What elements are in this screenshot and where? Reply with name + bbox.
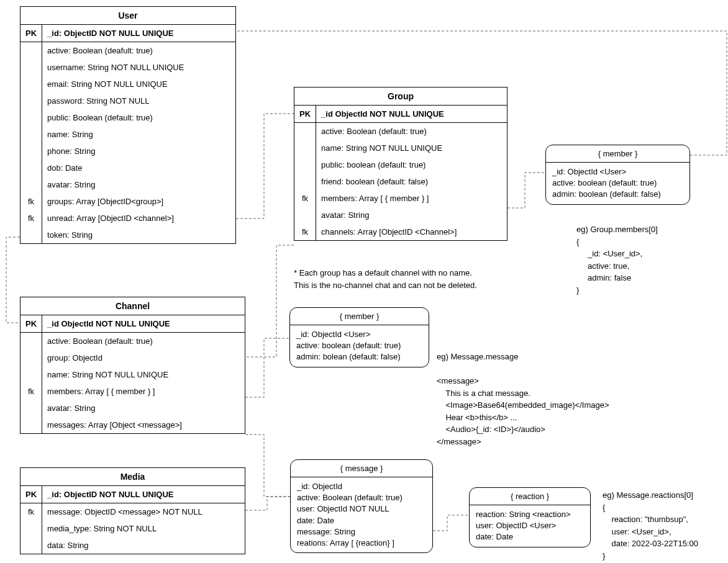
obj-message-title: { message } [291, 460, 432, 477]
attr-text: data: String [42, 537, 245, 554]
note-reaction-eg: eg) Message.reactions[0] { reaction: "th… [603, 489, 698, 562]
attr-text: groups: Array [ObjectID<group>] [42, 193, 236, 210]
obj-member-mid-title: { member } [290, 308, 429, 325]
key-col [20, 400, 42, 417]
group-rows: active: Boolean (default: true)name: Str… [294, 123, 507, 241]
entity-media-title: Media [20, 468, 245, 486]
key-col [20, 349, 42, 366]
key-col: fk [20, 210, 42, 227]
obj-reaction-body: reaction: String <reaction>user: ObjectI… [470, 505, 590, 547]
attr-text: dob: Date [42, 160, 236, 176]
key-col [294, 156, 316, 173]
key-col [20, 92, 42, 109]
key-col [20, 176, 42, 193]
key-col [20, 366, 42, 383]
attr-text: avatar: String [316, 207, 507, 223]
attr-text: token: String [42, 227, 236, 244]
key-col: fk [294, 223, 316, 241]
entity-channel: Channel PK _id ObjectId NOT NULL UNIQUE … [20, 297, 245, 434]
attr-text: username: String NOT NULL UNIQUE [42, 59, 236, 76]
key-col [294, 173, 316, 190]
attr-text: public: Boolean (default: true) [42, 109, 236, 126]
note-group: * Each group has a default channel with … [294, 267, 477, 291]
obj-member-mid-body: _id: ObjectId <User>active: boolean (def… [290, 325, 429, 367]
key-col [20, 42, 42, 60]
pk-text: _id ObjectId NOT NULL UNIQUE [42, 315, 245, 333]
pk-text: _id: ObjectID NOT NULL UNIQUE [42, 486, 245, 503]
attr-text: message: ObjectID <message> NOT NULL [42, 503, 245, 521]
pk-label: PK [294, 106, 316, 123]
entity-group: Group PK _id ObjectId NOT NULL UNIQUE ac… [294, 87, 507, 241]
key-col [20, 333, 42, 350]
obj-member-top: { member } _id: ObjectId <User>active: b… [545, 145, 690, 205]
attr-text: name: String NOT NULL UNIQUE [42, 366, 245, 383]
entity-user: User PK _id: ObjectID NOT NULL UNIQUE ac… [20, 6, 236, 244]
obj-member-top-title: { member } [546, 145, 689, 163]
pk-text: _id ObjectId NOT NULL UNIQUE [316, 106, 507, 123]
obj-message: { message } _id: ObjectIdactive: Boolean… [290, 459, 433, 553]
attr-text: media_type: String NOT NULL [42, 520, 245, 537]
attr-text: avatar: String [42, 176, 236, 193]
key-col [20, 520, 42, 537]
note-message-eg: eg) Message.message <message> This is a … [437, 351, 609, 448]
key-col: fk [20, 383, 42, 400]
attr-text: password: String NOT NULL [42, 92, 236, 109]
pk-label: PK [20, 486, 42, 503]
obj-member-top-body: _id: ObjectId <User>active: boolean (def… [546, 163, 689, 204]
key-col [20, 227, 42, 244]
key-col [20, 160, 42, 176]
key-col [20, 537, 42, 554]
attr-text: messages: Array [Object <message>] [42, 417, 245, 434]
obj-message-body: _id: ObjectIdactive: Boolean (default: t… [291, 477, 432, 552]
attr-text: group: ObjectId [42, 349, 245, 366]
pk-text: _id: ObjectID NOT NULL UNIQUE [42, 25, 236, 42]
obj-reaction: { reaction } reaction: String <reaction>… [469, 487, 591, 547]
entity-media: Media PK _id: ObjectID NOT NULL UNIQUE f… [20, 467, 245, 554]
attr-text: members: Array [ { member } ] [42, 383, 245, 400]
attr-text: public: boolean (default: true) [316, 156, 507, 173]
entity-user-title: User [20, 7, 236, 25]
key-col [20, 109, 42, 126]
key-col [20, 143, 42, 160]
attr-text: avatar: String [42, 400, 245, 417]
attr-text: active: Boolean (deafult: true) [42, 42, 236, 60]
key-col [20, 417, 42, 434]
attr-text: channels: Array [ObjectID <Channel>] [316, 223, 507, 241]
key-col [20, 59, 42, 76]
attr-text: name: String NOT NULL UNIQUE [316, 140, 507, 156]
attr-text: friend: boolean (default: false) [316, 173, 507, 190]
key-col [20, 126, 42, 143]
attr-text: phone: String [42, 143, 236, 160]
attr-text: name: String [42, 126, 236, 143]
key-col: fk [294, 190, 316, 207]
attr-text: email: String NOT NULL UNIQUE [42, 76, 236, 92]
channel-rows: active: Boolean (default: true)group: Ob… [20, 333, 245, 434]
obj-member-mid: { member } _id: ObjectId <User>active: b… [289, 307, 429, 367]
entity-channel-title: Channel [20, 297, 245, 315]
key-col [20, 76, 42, 92]
attr-text: active: Boolean (default: true) [42, 333, 245, 350]
pk-label: PK [20, 25, 42, 42]
attr-text: unread: Array [ObjectID <channel>] [42, 210, 236, 227]
attr-text: members: Array [ { member } ] [316, 190, 507, 207]
entity-group-title: Group [294, 88, 507, 106]
key-col [294, 123, 316, 140]
key-col [294, 207, 316, 223]
pk-label: PK [20, 315, 42, 333]
attr-text: active: Boolean (default: true) [316, 123, 507, 140]
key-col: fk [20, 503, 42, 521]
note-member-eg: eg) Group.members[0] { _id: <User_id>, a… [576, 223, 658, 296]
obj-reaction-title: { reaction } [470, 488, 590, 505]
key-col [294, 140, 316, 156]
media-rows: fkmessage: ObjectID <message> NOT NULLme… [20, 503, 245, 554]
user-rows: active: Boolean (deafult: true)username:… [20, 42, 236, 244]
key-col: fk [20, 193, 42, 210]
